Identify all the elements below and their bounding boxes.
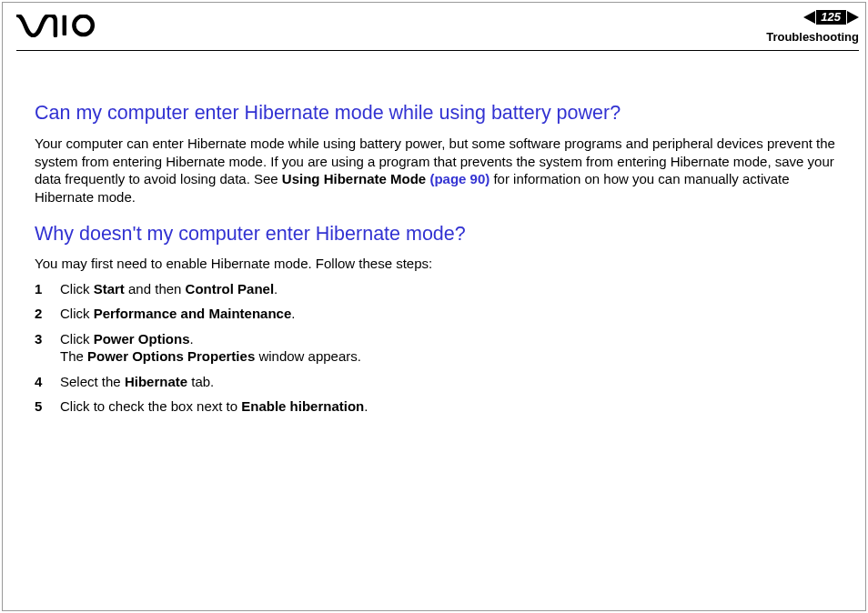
- steps-list: Click Start and then Control Panel. Clic…: [35, 280, 852, 416]
- step-4: Select the Hibernate tab.: [35, 373, 852, 391]
- text: Click: [60, 331, 94, 347]
- emphasis-performance-maintenance: Performance and Maintenance: [94, 306, 292, 321]
- text: The: [60, 348, 87, 364]
- text: and then: [125, 281, 186, 296]
- text: .: [274, 281, 278, 296]
- content-area: Can my computer enter Hibernate mode whi…: [35, 102, 852, 423]
- faq-body-1: Your computer can enter Hibernate mode w…: [35, 135, 852, 206]
- vaio-logo: [16, 15, 104, 41]
- faq2-intro: You may first need to enable Hibernate m…: [35, 256, 852, 271]
- svg-point-1: [74, 16, 92, 35]
- emphasis-using-hibernate-mode: Using Hibernate Mode: [282, 171, 430, 186]
- text: Click to check the box next to: [60, 398, 241, 414]
- page-header: 125 Troubleshooting: [16, 9, 859, 49]
- step-2: Click Performance and Maintenance.: [35, 305, 852, 323]
- text: tab.: [187, 374, 214, 389]
- text: Click: [60, 281, 94, 296]
- emphasis-enable-hibernation: Enable hibernation: [241, 398, 364, 414]
- text: .: [364, 398, 368, 414]
- page-number: 125: [816, 10, 846, 25]
- section-link-troubleshooting[interactable]: Troubleshooting: [750, 30, 859, 44]
- prev-page-arrow-icon[interactable]: [803, 11, 815, 24]
- step-3: Click Power Options. The Power Options P…: [35, 330, 852, 366]
- faq-heading-1: Can my computer enter Hibernate mode whi…: [35, 102, 852, 126]
- step-5: Click to check the box next to Enable hi…: [35, 397, 852, 416]
- text: Click: [60, 306, 94, 321]
- page-link-90[interactable]: (page 90): [429, 171, 490, 186]
- page-navigation: 125 Troubleshooting: [750, 9, 859, 47]
- text: Select the: [60, 374, 125, 389]
- emphasis-power-options: Power Options: [94, 331, 190, 347]
- emphasis-hibernate-tab: Hibernate: [125, 374, 187, 389]
- header-separator: [16, 50, 859, 51]
- faq-heading-2: Why doesn't my computer enter Hibernate …: [35, 223, 852, 246]
- text: window appears.: [255, 348, 361, 364]
- text: .: [291, 306, 295, 321]
- next-page-arrow-icon[interactable]: [847, 11, 859, 24]
- emphasis-start: Start: [94, 281, 125, 296]
- emphasis-power-options-properties: Power Options Properties: [87, 348, 255, 364]
- text: .: [190, 331, 194, 347]
- emphasis-control-panel: Control Panel: [186, 281, 275, 296]
- svg-rect-0: [63, 15, 66, 35]
- step-1: Click Start and then Control Panel.: [35, 280, 852, 298]
